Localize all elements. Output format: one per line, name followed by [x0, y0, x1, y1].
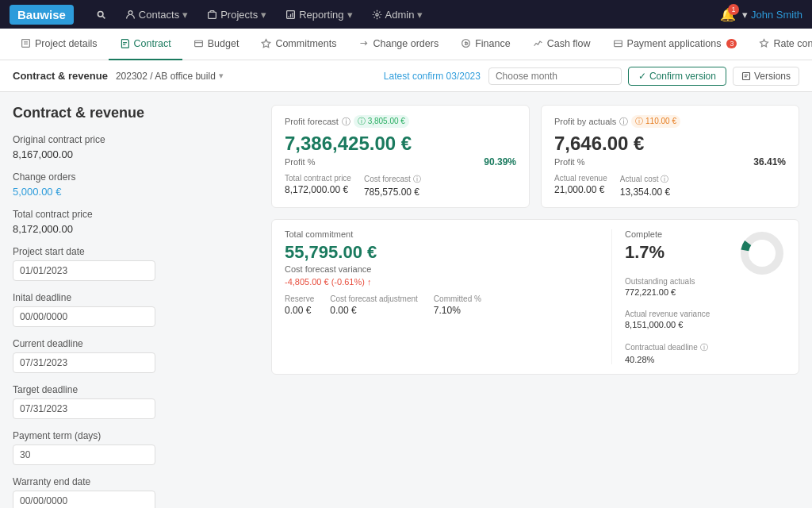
svg-point-2: [128, 10, 132, 14]
nav-contacts[interactable]: Contacts ▾: [116, 0, 197, 29]
breadcrumb-bar: Contract & revenue 202302 / AB office bu…: [0, 60, 812, 92]
complete-sub-actual-revenue-variance: Actual revenue variance 8,151,000.00 €: [625, 310, 710, 329]
field-value-change-orders[interactable]: 5,000.00 €: [13, 186, 259, 198]
choose-month-input[interactable]: [488, 67, 622, 85]
svg-rect-3: [209, 12, 216, 18]
page-title: Contract & revenue: [13, 105, 259, 121]
field-input-target-deadline[interactable]: [13, 398, 155, 419]
field-input-project-start-date[interactable]: [13, 260, 155, 281]
sub-stat-total-contract-price: Total contract price 8,172,000.00 €: [285, 174, 351, 198]
profit-forecast-title: Profit forecast ⓘ ⓘ 3,805.00 €: [285, 115, 516, 128]
profit-actuals-sub-stats: Actual revenue 21,000.00 € Actual cost ⓘ…: [554, 174, 786, 198]
tab-budget[interactable]: Budget: [182, 29, 251, 60]
notification-badge: 1: [728, 4, 739, 15]
complete-title: Complete: [625, 229, 730, 239]
tab-project-details[interactable]: Project details: [10, 29, 109, 60]
profit-forecast-badge: ⓘ 3,805.00 €: [354, 115, 409, 128]
commitment-variance: -4,805.00 € (-0.61%) ↑: [285, 277, 611, 287]
field-label-initial-deadline: Inital deadline: [13, 292, 259, 303]
field-label-target-deadline: Target deadline: [13, 384, 259, 395]
field-value-total-contract-price: 8,172,000.00: [13, 223, 259, 235]
field-initial-deadline: Inital deadline: [13, 292, 259, 327]
field-label-current-deadline: Current deadline: [13, 338, 259, 349]
field-project-start-date: Project start date: [13, 246, 259, 281]
commitment-right: Complete 1.7% Outstanding actuals 7: [611, 229, 786, 364]
page-tabs: Project details Contract Budget Commitme…: [0, 29, 812, 60]
breadcrumb-title: Contract & revenue: [13, 70, 108, 82]
field-label-total-contract-price: Total contract price: [13, 209, 259, 220]
field-label-warranty-end-date: Warranty end date: [13, 476, 259, 487]
stats-row: Profit forecast ⓘ ⓘ 3,805.00 € 7,386,425…: [271, 105, 799, 208]
profit-by-actuals-card: Profit by actuals ⓘ ⓘ 110.00 € 7,646.00 …: [541, 105, 799, 208]
commit-sub-reserve: Reserve 0.00 €: [285, 294, 314, 316]
notification-bell[interactable]: 🔔 1: [720, 7, 736, 22]
svg-point-0: [98, 11, 103, 17]
commitment-sub-row: Reserve 0.00 € Cost forecast adjustment …: [285, 294, 611, 316]
tab-cash-flow[interactable]: Cash flow: [522, 29, 602, 60]
tab-commitments[interactable]: Commitments: [250, 29, 347, 60]
complete-sub-outstanding: Outstanding actuals 772,221.00 €: [625, 277, 695, 297]
field-input-warranty-end-date[interactable]: [13, 491, 155, 508]
right-panel: Profit forecast ⓘ ⓘ 3,805.00 € 7,386,425…: [271, 105, 799, 495]
complete-value: 1.7%: [625, 242, 730, 263]
tab-payment-applications[interactable]: Payment applications 3: [602, 29, 749, 60]
sub-stat-actual-cost: Actual cost ⓘ 13,354.00 €: [620, 174, 670, 198]
field-input-initial-deadline[interactable]: [13, 306, 155, 327]
profit-forecast-sub-row: Profit % 90.39%: [285, 156, 516, 167]
field-change-orders: Change orders 5,000.00 €: [13, 171, 259, 198]
confirm-version-button[interactable]: ✓ Confirm version: [628, 67, 726, 86]
svg-rect-9: [22, 40, 30, 48]
commitment-title: Total commitment: [285, 229, 611, 239]
nav-admin[interactable]: Admin ▾: [362, 0, 433, 29]
app-logo: Bauwise: [10, 5, 74, 25]
profit-forecast-value: 7,386,425.00 €: [285, 133, 516, 155]
tab-rate-contractors[interactable]: Rate contractors: [748, 29, 812, 60]
project-selector[interactable]: 202302 / AB office build ▾: [116, 71, 224, 82]
field-label-original-contract-price: Original contract price: [13, 134, 259, 145]
svg-point-8: [375, 13, 377, 15]
field-label-project-start-date: Project start date: [13, 246, 259, 257]
field-payment-term: Payment term (days): [13, 430, 259, 465]
latest-confirm: Latest confirm 03/2023: [384, 71, 481, 82]
svg-rect-19: [742, 72, 749, 79]
user-menu[interactable]: ▾ John Smith: [742, 9, 802, 21]
nav-projects[interactable]: Projects ▾: [197, 0, 276, 29]
tab-contract[interactable]: Contract: [109, 29, 182, 60]
versions-button[interactable]: Versions: [733, 67, 799, 86]
field-label-change-orders: Change orders: [13, 171, 259, 183]
left-panel: Contract & revenue Original contract pri…: [13, 105, 259, 495]
field-original-contract-price: Original contract price 8,167,000.00: [13, 134, 259, 160]
commitment-complete-card: Total commitment 55,795.00 € Cost foreca…: [271, 219, 799, 375]
profit-actuals-title: Profit by actuals ⓘ ⓘ 110.00 €: [554, 115, 786, 128]
field-target-deadline: Target deadline: [13, 384, 259, 419]
complete-sub-contractual-deadline: Contractual deadline ⓘ 40.28%: [625, 342, 708, 364]
profit-actuals-pct: 36.41%: [753, 156, 786, 167]
svg-rect-14: [194, 40, 202, 46]
profit-forecast-pct: 90.39%: [484, 156, 516, 167]
commit-sub-cost-forecast-adj: Cost forecast adjustment 0.00 €: [330, 294, 418, 316]
payment-badge: 3: [726, 39, 737, 48]
nav-reporting[interactable]: Reporting ▾: [276, 0, 362, 29]
profit-forecast-sub-stats: Total contract price 8,172,000.00 € Cost…: [285, 174, 516, 198]
nav-search[interactable]: [86, 0, 116, 29]
field-input-payment-term[interactable]: [13, 444, 155, 465]
profit-actuals-sub-row: Profit % 36.41%: [554, 156, 786, 167]
main-content: Contract & revenue Original contract pri…: [0, 92, 812, 508]
field-value-original-contract-price: 8,167,000.00: [13, 148, 259, 160]
svg-line-1: [102, 16, 105, 18]
field-input-current-deadline[interactable]: [13, 352, 155, 373]
field-label-payment-term: Payment term (days): [13, 430, 259, 441]
commit-sub-committed-pct: Committed % 7.10%: [434, 294, 481, 316]
profit-forecast-card: Profit forecast ⓘ ⓘ 3,805.00 € 7,386,425…: [271, 105, 530, 208]
sub-stat-cost-forecast: Cost forecast ⓘ 785,575.00 €: [364, 174, 421, 198]
commitment-left: Total commitment 55,795.00 € Cost foreca…: [285, 229, 611, 364]
complete-sub-row: Outstanding actuals 772,221.00 € Actual …: [625, 277, 786, 364]
field-total-contract-price: Total contract price 8,172,000.00: [13, 209, 259, 235]
commitment-value: 55,795.00 €: [285, 242, 611, 263]
profit-actuals-value: 7,646.00 €: [554, 133, 786, 155]
tab-change-orders[interactable]: Change orders: [347, 29, 450, 60]
sub-stat-actual-revenue: Actual revenue 21,000.00 €: [554, 174, 607, 198]
tab-finance[interactable]: Finance: [450, 29, 521, 60]
svg-point-22: [745, 236, 779, 271]
commitment-variance-label: Cost forecast variance: [285, 264, 611, 274]
